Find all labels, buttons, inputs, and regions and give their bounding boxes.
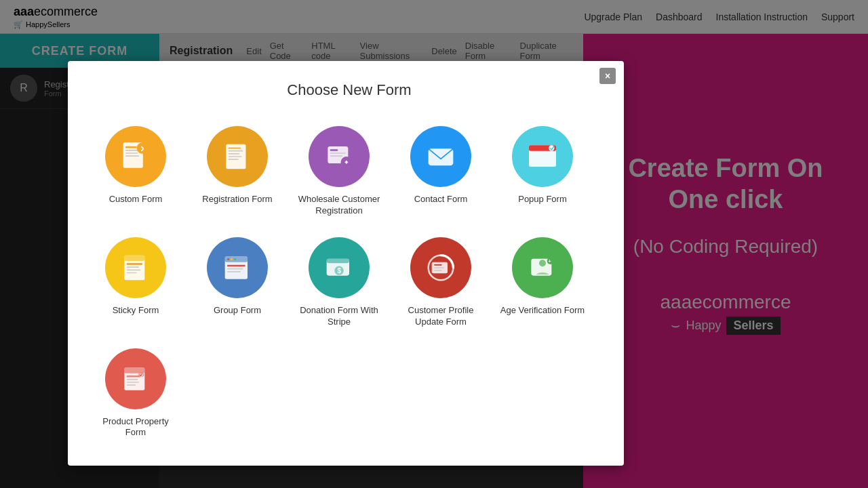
svg-rect-32 <box>127 266 139 268</box>
property-form-label: Product Property Form <box>92 416 180 439</box>
wholesale-form-icon <box>309 126 370 187</box>
registration-form-icon <box>207 126 268 187</box>
group-form-svg <box>220 251 254 285</box>
form-type-sticky[interactable]: Sticky Form <box>88 230 183 335</box>
donation-form-icon: $ <box>309 237 370 298</box>
svg-rect-58 <box>127 375 140 378</box>
svg-rect-49 <box>434 264 442 266</box>
age-form-icon: + <box>512 237 573 298</box>
choose-form-modal: × Choose New Form Custom Form <box>68 61 624 466</box>
registration-form-svg <box>220 140 254 174</box>
custom-form-label: Custom Form <box>109 194 163 205</box>
group-form-icon <box>207 237 268 298</box>
svg-rect-30 <box>124 255 144 260</box>
sticky-form-svg <box>119 251 153 285</box>
modal-close-button[interactable]: × <box>599 68 616 84</box>
svg-rect-24 <box>346 161 347 164</box>
svg-rect-14 <box>229 150 243 152</box>
wholesale-form-svg <box>322 140 356 174</box>
custom-form-svg <box>119 140 153 174</box>
svg-point-37 <box>227 258 229 260</box>
svg-rect-33 <box>127 269 141 270</box>
form-type-custom[interactable]: Custom Form <box>88 119 183 224</box>
profile-form-label: Customer Profile Update Form <box>397 305 485 328</box>
svg-rect-5 <box>125 146 137 148</box>
svg-rect-34 <box>127 272 137 273</box>
svg-point-38 <box>231 258 233 260</box>
age-form-svg: + <box>526 251 559 285</box>
svg-text:$: $ <box>338 266 342 274</box>
svg-rect-60 <box>127 382 139 383</box>
profile-form-icon <box>410 237 471 298</box>
svg-rect-15 <box>229 153 240 155</box>
svg-rect-51 <box>434 270 442 271</box>
age-form-label: Age Verification Form <box>500 305 585 317</box>
svg-rect-44 <box>327 258 349 263</box>
form-type-age[interactable]: + Age Verification Form <box>495 230 590 335</box>
sticky-form-label: Sticky Form <box>113 305 159 317</box>
svg-rect-20 <box>330 152 346 154</box>
svg-rect-13 <box>229 148 241 149</box>
form-type-profile[interactable]: Customer Profile Update Form <box>393 230 488 335</box>
contact-form-label: Contact Form <box>414 194 468 205</box>
contact-form-icon <box>410 126 471 187</box>
svg-rect-41 <box>227 268 243 270</box>
form-type-contact[interactable]: Contact Form <box>393 119 488 224</box>
svg-text:+: + <box>548 258 551 264</box>
contact-form-svg <box>424 140 458 174</box>
svg-rect-31 <box>127 263 142 265</box>
wholesale-form-label: Wholesale Customer Registration <box>295 194 383 217</box>
svg-rect-16 <box>229 156 242 157</box>
svg-rect-61 <box>127 384 136 386</box>
custom-form-icon <box>105 126 166 187</box>
form-type-donation[interactable]: $ Donation Form With Stripe <box>292 230 387 335</box>
svg-rect-19 <box>330 149 338 151</box>
form-type-grid: Custom Form Registration Form <box>88 119 610 445</box>
popup-form-svg <box>526 140 559 174</box>
svg-rect-59 <box>127 379 138 380</box>
svg-rect-50 <box>434 267 444 268</box>
svg-rect-21 <box>330 155 342 157</box>
sticky-form-icon <box>105 237 166 298</box>
donation-form-label: Donation Form With Stripe <box>295 305 383 328</box>
form-type-group[interactable]: Group Form <box>190 230 285 335</box>
svg-point-39 <box>234 258 236 260</box>
svg-rect-40 <box>227 265 245 267</box>
modal-title: Choose New Form <box>88 81 610 99</box>
group-form-label: Group Form <box>214 305 261 317</box>
svg-rect-42 <box>227 271 241 272</box>
svg-rect-57 <box>124 367 144 373</box>
svg-rect-17 <box>229 159 239 160</box>
svg-rect-7 <box>125 152 138 154</box>
form-type-popup[interactable]: Popup Form <box>495 119 590 224</box>
form-type-wholesale[interactable]: Wholesale Customer Registration <box>292 119 387 224</box>
popup-form-label: Popup Form <box>518 194 567 205</box>
form-type-registration[interactable]: Registration Form <box>190 119 285 224</box>
registration-form-label: Registration Form <box>202 194 272 205</box>
form-type-property[interactable]: Product Property Form <box>88 342 183 446</box>
svg-rect-8 <box>125 155 139 157</box>
property-form-icon <box>105 348 166 409</box>
donation-form-svg: $ <box>322 251 356 285</box>
property-form-svg <box>119 362 153 396</box>
profile-form-svg <box>424 251 458 285</box>
popup-form-icon <box>512 126 573 187</box>
svg-point-53 <box>539 260 546 266</box>
